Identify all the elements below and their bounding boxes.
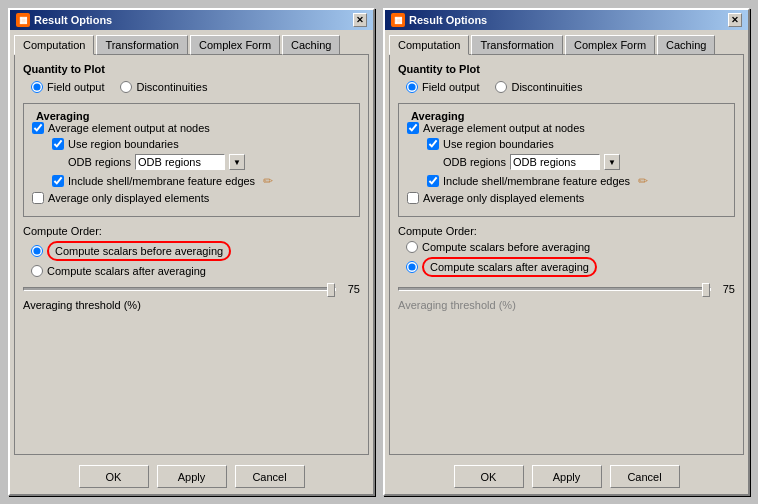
slider-row-left: 75 bbox=[23, 283, 360, 295]
content-left: Quantity to Plot Field output Discontinu… bbox=[14, 54, 369, 455]
compute-after-label-left: Compute scalars after averaging bbox=[47, 265, 206, 277]
pencil-icon-right: ✏ bbox=[638, 174, 648, 188]
avg-element-label-left: Average element output at nodes bbox=[48, 122, 210, 134]
include-shell-right[interactable]: Include shell/membrane feature edges ✏ bbox=[407, 174, 726, 188]
tab-complex-form-left[interactable]: Complex Form bbox=[190, 35, 280, 55]
bottom-buttons-left: OK Apply Cancel bbox=[10, 459, 373, 494]
title-bar-left: ▦ Result Options ✕ bbox=[10, 10, 373, 30]
use-region-checkbox-left[interactable] bbox=[52, 138, 64, 150]
tab-caching-right[interactable]: Caching bbox=[657, 35, 715, 55]
quantity-radio-group-left: Field output Discontinuities bbox=[23, 81, 360, 93]
avg-element-checkbox-right[interactable] bbox=[407, 122, 419, 134]
slider-thumb-right[interactable] bbox=[702, 283, 710, 297]
discontinuities-radio-right[interactable] bbox=[495, 81, 507, 93]
include-shell-checkbox-right[interactable] bbox=[427, 175, 439, 187]
quantity-title-right: Quantity to Plot bbox=[398, 63, 735, 75]
slider-track-left[interactable] bbox=[23, 287, 336, 291]
averaging-legend-left: Averaging bbox=[32, 110, 351, 122]
tab-complex-form-right[interactable]: Complex Form bbox=[565, 35, 655, 55]
discontinuities-option-left[interactable]: Discontinuities bbox=[120, 81, 207, 93]
apply-button-right[interactable]: Apply bbox=[532, 465, 602, 488]
compute-before-radio-left[interactable] bbox=[31, 245, 43, 257]
include-shell-checkbox-left[interactable] bbox=[52, 175, 64, 187]
avg-element-output-right[interactable]: Average element output at nodes bbox=[407, 122, 726, 134]
averaging-fieldset-left: Averaging Average element output at node… bbox=[23, 103, 360, 217]
slider-value-left: 75 bbox=[340, 283, 360, 295]
title-buttons-left: ✕ bbox=[353, 13, 367, 27]
cancel-button-right[interactable]: Cancel bbox=[610, 465, 680, 488]
compute-after-item-right[interactable]: Compute scalars after averaging bbox=[406, 257, 735, 277]
pencil-icon-left: ✏ bbox=[263, 174, 273, 188]
avg-threshold-label-left: Averaging threshold (%) bbox=[23, 299, 360, 311]
avg-only-label-right: Average only displayed elements bbox=[423, 192, 584, 204]
compute-before-label-left: Compute scalars before averaging bbox=[47, 241, 231, 261]
discontinuities-option-right[interactable]: Discontinuities bbox=[495, 81, 582, 93]
tab-transformation-right[interactable]: Transformation bbox=[471, 35, 563, 55]
tabs-right: Computation Transformation Complex Form … bbox=[385, 30, 748, 54]
compute-before-item-left[interactable]: Compute scalars before averaging bbox=[31, 241, 360, 261]
compute-before-item-right[interactable]: Compute scalars before averaging bbox=[406, 241, 735, 253]
field-output-option-right[interactable]: Field output bbox=[406, 81, 479, 93]
ok-button-left[interactable]: OK bbox=[79, 465, 149, 488]
quantity-radio-group-right: Field output Discontinuities bbox=[398, 81, 735, 93]
title-icon-left: ▦ Result Options bbox=[16, 13, 112, 27]
avg-only-displayed-right[interactable]: Average only displayed elements bbox=[407, 192, 726, 204]
include-shell-label-left: Include shell/membrane feature edges bbox=[68, 175, 255, 187]
tab-computation-right[interactable]: Computation bbox=[389, 35, 469, 55]
bottom-buttons-right: OK Apply Cancel bbox=[385, 459, 748, 494]
apply-button-left[interactable]: Apply bbox=[157, 465, 227, 488]
compute-before-label-right: Compute scalars before averaging bbox=[422, 241, 590, 253]
quantity-title-left: Quantity to Plot bbox=[23, 63, 360, 75]
field-output-label-right: Field output bbox=[422, 81, 479, 93]
tab-caching-left[interactable]: Caching bbox=[282, 35, 340, 55]
use-region-label-left: Use region boundaries bbox=[68, 138, 179, 150]
discontinuities-radio-left[interactable] bbox=[120, 81, 132, 93]
avg-only-checkbox-left[interactable] bbox=[32, 192, 44, 204]
compute-after-item-left[interactable]: Compute scalars after averaging bbox=[31, 265, 360, 277]
ok-button-right[interactable]: OK bbox=[454, 465, 524, 488]
odb-regions-dropdown-left[interactable]: ODB regions bbox=[135, 154, 225, 170]
avg-only-displayed-left[interactable]: Average only displayed elements bbox=[32, 192, 351, 204]
compute-after-radio-right[interactable] bbox=[406, 261, 418, 273]
discontinuities-label-right: Discontinuities bbox=[511, 81, 582, 93]
odb-dropdown-arrow-right[interactable]: ▼ bbox=[604, 154, 620, 170]
tab-computation-left[interactable]: Computation bbox=[14, 35, 94, 55]
compute-order-label-right: Compute Order: bbox=[398, 225, 735, 237]
compute-order-label-left: Compute Order: bbox=[23, 225, 360, 237]
slider-track-right[interactable] bbox=[398, 287, 711, 291]
dialog-right: ▦ Result Options ✕ Computation Transform… bbox=[383, 8, 750, 496]
compute-after-label-right: Compute scalars after averaging bbox=[422, 257, 597, 277]
include-shell-left[interactable]: Include shell/membrane feature edges ✏ bbox=[32, 174, 351, 188]
slider-row-right: 75 bbox=[398, 283, 735, 295]
compute-before-radio-right[interactable] bbox=[406, 241, 418, 253]
averaging-fieldset-right: Averaging Average element output at node… bbox=[398, 103, 735, 217]
compute-after-radio-left[interactable] bbox=[31, 265, 43, 277]
odb-regions-label-left: ODB regions bbox=[68, 156, 131, 168]
close-button-left[interactable]: ✕ bbox=[353, 13, 367, 27]
avg-element-checkbox-left[interactable] bbox=[32, 122, 44, 134]
tab-transformation-left[interactable]: Transformation bbox=[96, 35, 188, 55]
use-region-boundaries-left[interactable]: Use region boundaries bbox=[32, 138, 351, 150]
use-region-checkbox-right[interactable] bbox=[427, 138, 439, 150]
odb-dropdown-arrow-left[interactable]: ▼ bbox=[229, 154, 245, 170]
cancel-button-left[interactable]: Cancel bbox=[235, 465, 305, 488]
tabs-left: Computation Transformation Complex Form … bbox=[10, 30, 373, 54]
field-output-option-left[interactable]: Field output bbox=[31, 81, 104, 93]
avg-element-output-left[interactable]: Average element output at nodes bbox=[32, 122, 351, 134]
field-output-radio-right[interactable] bbox=[406, 81, 418, 93]
compute-radio-group-right: Compute scalars before averaging Compute… bbox=[398, 241, 735, 277]
title-buttons-right: ✕ bbox=[728, 13, 742, 27]
compute-radio-group-left: Compute scalars before averaging Compute… bbox=[23, 241, 360, 277]
title-bar-right: ▦ Result Options ✕ bbox=[385, 10, 748, 30]
compute-order-section-right: Compute Order: Compute scalars before av… bbox=[398, 225, 735, 311]
close-button-right[interactable]: ✕ bbox=[728, 13, 742, 27]
slider-thumb-left[interactable] bbox=[327, 283, 335, 297]
avg-only-checkbox-right[interactable] bbox=[407, 192, 419, 204]
averaging-legend-right: Averaging bbox=[407, 110, 726, 122]
use-region-boundaries-right[interactable]: Use region boundaries bbox=[407, 138, 726, 150]
avg-only-label-left: Average only displayed elements bbox=[48, 192, 209, 204]
title-text-right: Result Options bbox=[409, 14, 487, 26]
field-output-radio-left[interactable] bbox=[31, 81, 43, 93]
discontinuities-label-left: Discontinuities bbox=[136, 81, 207, 93]
odb-regions-dropdown-right[interactable]: ODB regions bbox=[510, 154, 600, 170]
